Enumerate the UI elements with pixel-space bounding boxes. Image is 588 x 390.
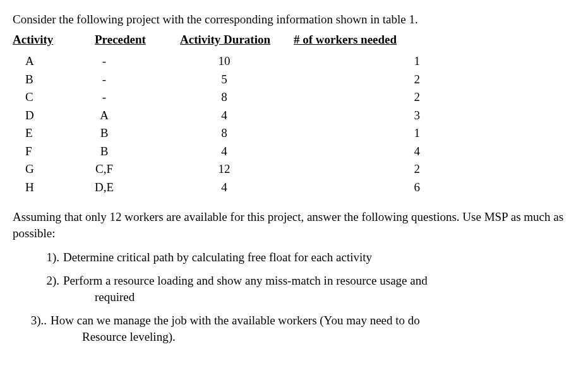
table-body: A - 10 1 B - 5 2 C - 8 2 D A 4 3 E B 8 1… [13,52,575,196]
cell-activity: H [13,179,60,197]
table-row: G C,F 12 2 [13,160,575,179]
cell-workers: 1 [294,52,471,71]
cell-duration: 10 [193,52,294,71]
cell-precedent: D,E [60,179,193,197]
cell-precedent: B [60,124,193,143]
cell-activity: D [13,107,60,125]
table-header-row: Activity Precedent Activity Duration # o… [13,32,575,48]
table-row: D A 4 3 [13,107,575,125]
question-number: 1). [13,249,63,266]
table-row: A - 10 1 [13,52,575,71]
question-subtext: Resource leveling). [51,329,550,345]
cell-precedent: - [60,88,193,107]
cell-precedent: - [60,52,193,71]
question-number: 2). [13,273,63,305]
table-row: B - 5 2 [13,71,575,89]
cell-workers: 4 [294,143,471,161]
cell-workers: 3 [294,107,471,125]
intro-text: Consider the following project with the … [13,11,575,28]
cell-workers: 2 [294,160,471,179]
cell-workers: 6 [294,179,471,197]
cell-activity: E [13,124,60,143]
cell-duration: 4 [193,107,294,125]
question-text: Perform a resource loading and show any … [63,274,428,287]
question-text: How can we manage the job with the avail… [51,314,420,327]
question-text: Determine critical path by calculating f… [63,251,372,264]
table-row: E B 8 1 [13,124,575,143]
cell-duration: 5 [193,71,294,89]
cell-duration: 4 [193,143,294,161]
question-2: 2). Perform a resource loading and show … [13,273,575,305]
table-row: F B 4 4 [13,143,575,161]
question-subtext: required [63,289,550,305]
assumption-text: Assuming that only 12 workers are availa… [13,209,575,241]
cell-workers: 2 [294,88,471,107]
header-activity: Activity [13,33,53,46]
cell-precedent: B [60,143,193,161]
cell-duration: 4 [193,179,294,197]
cell-activity: F [13,143,60,161]
question-3: 3).. How can we manage the job with the … [0,312,575,345]
cell-duration: 12 [193,160,294,179]
header-precedent: Precedent [95,33,146,46]
cell-precedent: - [60,71,193,89]
cell-workers: 1 [294,124,471,143]
cell-duration: 8 [193,88,294,107]
cell-activity: C [13,88,60,107]
cell-activity: G [13,160,60,179]
cell-workers: 2 [294,71,471,89]
question-1: 1). Determine critical path by calculati… [13,249,575,266]
cell-precedent: A [60,107,193,125]
cell-duration: 8 [193,124,294,143]
table-row: H D,E 4 6 [13,179,575,197]
question-number: 3).. [0,312,51,345]
cell-activity: B [13,71,60,89]
table-row: C - 8 2 [13,88,575,107]
cell-precedent: C,F [60,160,193,179]
header-duration: Activity Duration [180,33,270,46]
header-workers: # of workers needed [294,33,397,46]
cell-activity: A [13,52,60,71]
